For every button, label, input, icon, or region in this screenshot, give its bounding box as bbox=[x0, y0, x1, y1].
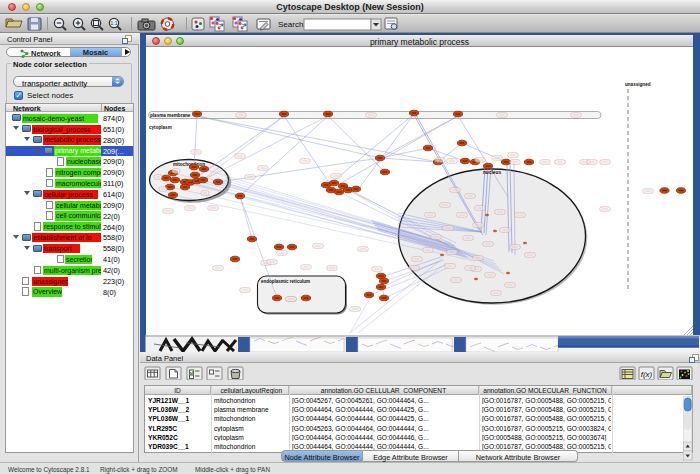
svg-text:1:1: 1:1 bbox=[111, 20, 118, 26]
svg-text:unassigned: unassigned bbox=[625, 82, 651, 87]
svg-text:plasma membrane: plasma membrane bbox=[150, 113, 191, 118]
svg-text:f(x): f(x) bbox=[641, 370, 653, 379]
svg-text:mitochondrion: mitochondrion bbox=[173, 162, 205, 167]
svg-text:cytoplasm: cytoplasm bbox=[149, 125, 172, 130]
svg-text:nucleus: nucleus bbox=[483, 170, 501, 175]
svg-text:Search:: Search: bbox=[278, 20, 306, 29]
svg-text:endoplasmic reticulum: endoplasmic reticulum bbox=[261, 279, 310, 284]
